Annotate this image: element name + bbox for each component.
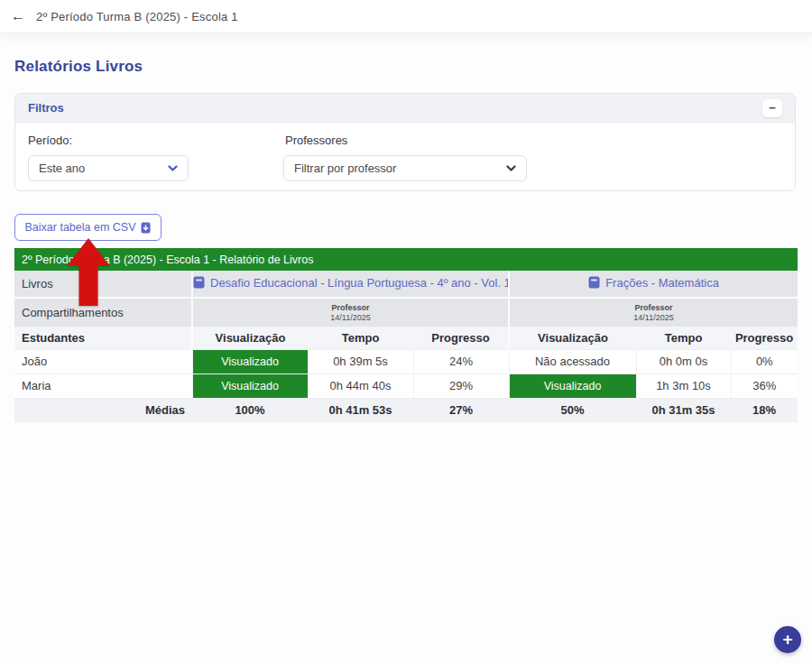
avg-visualization: 100% xyxy=(192,398,308,422)
report-table: 2º Período Turma B (2025) - Escola 1 - R… xyxy=(14,248,798,422)
page-title: Relatórios Livros xyxy=(14,58,143,76)
book-title: Frações - Matemática xyxy=(605,276,719,290)
column-header-row: Estudantes Visualização Tempo Progresso … xyxy=(14,327,798,349)
book-cell: Frações - Matemática xyxy=(509,271,798,298)
averages-label: Médias xyxy=(14,398,192,422)
filters-body: Período: Este ano Professores Filtrar po… xyxy=(15,123,795,191)
chevron-down-icon xyxy=(168,165,178,172)
students-header: Estudantes xyxy=(14,327,192,349)
report-title: 2º Período Turma B (2025) - Escola 1 - R… xyxy=(14,248,798,271)
topbar: ← 2º Período Turma B (2025) - Escola 1 xyxy=(0,0,812,33)
book-title: Desafio Educacional - Língua Portuguesa … xyxy=(210,276,509,290)
book-link-2[interactable]: Frações - Matemática xyxy=(588,276,719,290)
time-cell: 0h 0m 0s xyxy=(636,349,731,374)
shared-by: Professor xyxy=(193,303,508,313)
books-row: Livros Desafio Educacional - Língua Port… xyxy=(14,271,798,298)
filters-card-header: Filtros − xyxy=(15,94,795,123)
avg-progress: 27% xyxy=(413,398,509,422)
status-cell: Não acessado xyxy=(509,349,636,374)
share-cell: Professor 14/11/2025 xyxy=(509,298,798,327)
col-header-visualization: Visualização xyxy=(509,327,636,349)
col-header-progress: Progresso xyxy=(413,327,509,349)
chevron-down-icon xyxy=(506,165,516,172)
shared-date: 14/11/2025 xyxy=(510,313,798,323)
student-name: Maria xyxy=(14,374,192,398)
progress-cell: 24% xyxy=(413,349,509,374)
professors-label: Professores xyxy=(285,134,347,147)
report-title-row: 2º Período Turma B (2025) - Escola 1 - R… xyxy=(14,248,798,271)
period-select-value: Este ano xyxy=(39,161,85,175)
avg-time: 0h 31m 35s xyxy=(636,398,731,422)
time-cell: 0h 44m 40s xyxy=(308,374,413,398)
avg-progress: 18% xyxy=(731,398,798,422)
shared-by: Professor xyxy=(510,303,798,313)
shared-date: 14/11/2025 xyxy=(193,313,508,323)
status-badge: Visualizado xyxy=(192,349,308,374)
book-link-1[interactable]: Desafio Educacional - Língua Portuguesa … xyxy=(193,276,509,290)
avg-time: 0h 41m 53s xyxy=(308,398,413,422)
collapse-filters-button[interactable]: − xyxy=(762,99,782,117)
student-row: João Visualizado 0h 39m 5s 24% Não acess… xyxy=(14,349,798,374)
progress-cell: 36% xyxy=(731,374,798,398)
red-arrow-annotation xyxy=(67,237,110,306)
shares-row: Compartilhamentos Professor 14/11/2025 P… xyxy=(14,298,798,327)
col-header-time: Tempo xyxy=(636,327,731,349)
professors-select-placeholder: Filtrar por professor xyxy=(294,161,396,175)
share-cell: Professor 14/11/2025 xyxy=(192,298,509,327)
progress-cell: 29% xyxy=(413,374,509,398)
download-csv-label: Baixar tabela em CSV xyxy=(25,221,136,234)
averages-row: Médias 100% 0h 41m 53s 27% 50% 0h 31m 35… xyxy=(14,398,798,422)
book-icon xyxy=(193,276,205,289)
avg-visualization: 50% xyxy=(509,398,636,422)
period-select[interactable]: Este ano xyxy=(28,155,189,181)
student-name: João xyxy=(14,349,192,374)
time-cell: 1h 3m 10s xyxy=(636,374,731,398)
time-cell: 0h 39m 5s xyxy=(308,349,413,374)
col-header-time: Tempo xyxy=(308,327,413,349)
filters-card: Filtros − Período: Este ano Professores … xyxy=(14,93,796,191)
file-download-icon xyxy=(141,222,151,234)
status-badge: Visualizado xyxy=(509,374,636,398)
status-badge: Visualizado xyxy=(192,374,308,398)
col-header-progress: Progresso xyxy=(731,327,798,349)
student-row: Maria Visualizado 0h 44m 40s 29% Visuali… xyxy=(14,374,798,398)
book-icon xyxy=(588,276,600,289)
col-header-visualization: Visualização xyxy=(192,327,308,349)
filters-title: Filtros xyxy=(28,101,64,115)
period-label: Período: xyxy=(28,134,72,147)
back-arrow-icon[interactable]: ← xyxy=(11,9,25,23)
progress-cell: 0% xyxy=(731,349,798,374)
book-cell: Desafio Educacional - Língua Portuguesa … xyxy=(192,271,509,298)
add-button[interactable]: + xyxy=(774,626,801,653)
professors-select[interactable]: Filtrar por professor xyxy=(283,155,527,181)
topbar-title: 2º Período Turma B (2025) - Escola 1 xyxy=(36,10,238,23)
